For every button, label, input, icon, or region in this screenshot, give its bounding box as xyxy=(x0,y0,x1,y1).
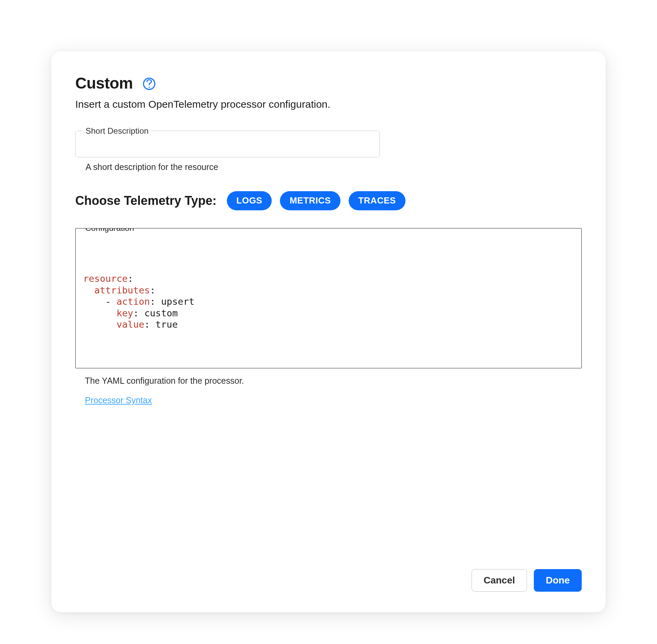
svg-point-0 xyxy=(149,87,150,88)
dialog-subtitle: Insert a custom OpenTelemetry processor … xyxy=(75,98,582,110)
telemetry-type-row: Choose Telemetry Type: LOGS METRICS TRAC… xyxy=(75,191,582,210)
telemetry-chip-traces[interactable]: TRACES xyxy=(349,191,405,210)
dialog-card: Custom Insert a custom OpenTelemetry pro… xyxy=(51,51,606,612)
short-description-field-wrap: Short Description xyxy=(75,131,582,157)
done-button[interactable]: Done xyxy=(534,569,582,592)
dialog-header: Custom xyxy=(75,74,582,92)
configuration-editor[interactable]: Configuration * resource: attributes: - … xyxy=(75,228,582,368)
configuration-yaml-content: resource: attributes: - action: upsert k… xyxy=(83,273,574,330)
telemetry-type-label: Choose Telemetry Type: xyxy=(75,194,217,208)
short-description-label: Short Description xyxy=(83,126,151,136)
help-icon[interactable] xyxy=(143,78,155,90)
telemetry-chip-metrics[interactable]: METRICS xyxy=(280,191,340,210)
dialog-footer: Cancel Done xyxy=(75,555,582,592)
configuration-helper: The YAML configuration for the processor… xyxy=(75,376,582,386)
telemetry-chip-logs[interactable]: LOGS xyxy=(227,191,272,210)
cancel-button[interactable]: Cancel xyxy=(472,569,527,592)
processor-syntax-link[interactable]: Processor Syntax xyxy=(75,395,582,405)
short-description-helper: A short description for the resource xyxy=(75,162,582,172)
configuration-label: Configuration * xyxy=(82,228,142,233)
dialog-title: Custom xyxy=(75,74,133,92)
